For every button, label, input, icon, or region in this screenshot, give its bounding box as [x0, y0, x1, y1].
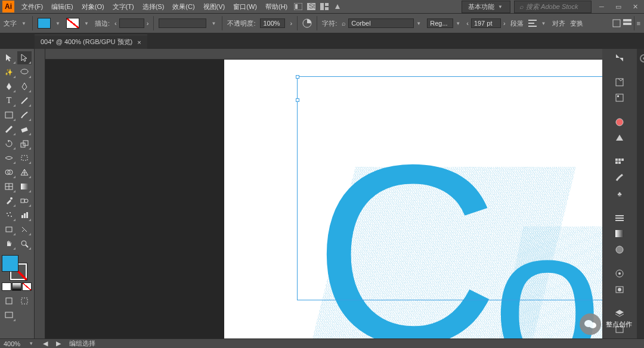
workspace-switcher[interactable]: 基本功能 ▼ [462, 1, 510, 13]
ruler-horizontal[interactable] [45, 49, 602, 60]
shape-builder-tool[interactable] [2, 166, 16, 179]
symbols-panel-icon[interactable]: ♣ [612, 187, 627, 201]
chevron-down-icon[interactable]: ▼ [84, 21, 90, 26]
magic-wand-tool[interactable]: ✨ [2, 66, 16, 79]
nav-prev-icon[interactable]: ◀ [43, 340, 48, 347]
color-guide-icon[interactable] [612, 131, 627, 145]
scale-tool[interactable] [17, 137, 32, 150]
chevron-down-icon[interactable]: ▼ [211, 21, 217, 26]
graph-tool[interactable] [17, 209, 32, 222]
window-minimize[interactable]: ─ [595, 2, 608, 11]
stock-search[interactable]: ⌕ 搜索 Adobe Stock [514, 1, 592, 13]
graphic-styles-icon[interactable] [612, 282, 627, 296]
menu-select[interactable]: 选择(S) [139, 1, 168, 13]
stroke-panel-icon[interactable] [612, 211, 627, 225]
opacity-input[interactable] [260, 18, 285, 28]
isolate-icon[interactable] [612, 19, 621, 27]
perspective-tool[interactable] [17, 166, 32, 179]
eyedropper-tool[interactable] [2, 194, 16, 207]
font-style-input[interactable] [427, 18, 453, 28]
font-family-dd[interactable]: ⌕ ▼ [342, 18, 422, 28]
asset-export-icon[interactable] [612, 91, 627, 105]
pen-tool[interactable] [2, 80, 16, 93]
font-style-dd[interactable]: ▼ [427, 18, 462, 28]
panel-menu-icon[interactable]: ≡ [637, 20, 640, 27]
blend-tool[interactable] [17, 194, 32, 207]
chevron-down-icon[interactable]: ▼ [541, 21, 547, 26]
lasso-tool[interactable] [17, 66, 32, 79]
gradient-tool[interactable] [17, 180, 32, 193]
hand-tool[interactable] [2, 237, 16, 250]
artboard[interactable]: C o [224, 60, 602, 338]
artboard-tool[interactable] [2, 223, 16, 236]
menu-help[interactable]: 帮助(H) [262, 1, 291, 13]
screen-mode[interactable] [2, 309, 16, 322]
canvas-area[interactable]: C o [35, 49, 602, 338]
menu-view[interactable]: 视图(V) [200, 1, 229, 13]
align-icon[interactable] [528, 20, 537, 27]
stroke-weight-stepper[interactable]: ‹ › [114, 18, 148, 28]
font-family-input[interactable] [348, 18, 414, 28]
appearance-panel-icon[interactable] [612, 267, 627, 281]
stepper-up-icon[interactable]: › [290, 20, 292, 27]
brush-input[interactable] [159, 18, 206, 28]
window-close[interactable]: ✕ [628, 2, 642, 11]
prefs-icon[interactable] [623, 19, 631, 27]
nav-next-icon[interactable]: ▶ [56, 340, 61, 347]
menu-effect[interactable]: 效果(C) [169, 1, 198, 13]
color-panel-icon[interactable] [612, 115, 627, 129]
rotate-tool[interactable] [2, 137, 16, 150]
stroke-swatch[interactable] [66, 18, 79, 29]
fill-stroke-indicator[interactable] [2, 255, 27, 280]
zoom-tool[interactable] [17, 237, 32, 250]
menu-object[interactable]: 对象(O) [78, 1, 108, 13]
align-label[interactable]: 对齐 [552, 19, 565, 28]
menu-file[interactable]: 文件(F) [18, 1, 47, 13]
transparency-panel-icon[interactable] [612, 243, 627, 256]
stock-icon[interactable]: St [305, 2, 317, 11]
stepper-down-icon[interactable]: ‹ [114, 20, 117, 27]
arrange-icon[interactable] [318, 2, 330, 11]
paragraph-label[interactable]: 段落 [510, 19, 524, 28]
transform-label[interactable]: 变换 [570, 19, 583, 28]
menu-edit[interactable]: 编辑(E) [48, 1, 77, 13]
stepper-up-icon[interactable]: › [147, 20, 149, 27]
draw-behind[interactable] [17, 294, 32, 307]
chevron-down-icon[interactable]: ▼ [55, 21, 61, 26]
mesh-tool[interactable] [2, 180, 16, 193]
direct-selection-tool[interactable] [17, 51, 32, 64]
stroke-weight-input[interactable] [119, 18, 144, 28]
recolor-icon[interactable] [302, 18, 312, 28]
paintbrush-tool[interactable] [17, 108, 32, 122]
font-size-stepper[interactable]: ‹ › [466, 18, 505, 28]
curvature-tool[interactable] [17, 80, 32, 93]
color-mode-none[interactable] [22, 282, 32, 291]
width-tool[interactable] [2, 151, 16, 164]
zoom-level[interactable]: 400% [4, 340, 20, 347]
fill-indicator[interactable] [2, 255, 18, 272]
selection-tool[interactable] [2, 51, 16, 64]
shaper-tool[interactable] [2, 123, 16, 136]
stepper-down-icon[interactable]: ‹ [466, 20, 469, 27]
gradient-panel-icon[interactable] [612, 227, 627, 241]
draw-normal[interactable] [2, 294, 16, 307]
chevron-down-icon[interactable]: ▼ [21, 21, 27, 26]
chevron-down-icon[interactable]: ▼ [29, 341, 35, 346]
document-tab[interactable]: 004* @ 400% (RGB/GPU 预览) × [35, 35, 147, 49]
font-size-input[interactable] [471, 18, 501, 28]
type-tool[interactable]: T [2, 94, 16, 107]
bridge-icon[interactable] [292, 2, 304, 11]
selection-handle[interactable] [296, 98, 299, 102]
close-icon[interactable]: × [137, 39, 141, 46]
eraser-tool[interactable] [17, 123, 32, 136]
brushes-panel-icon[interactable] [612, 171, 627, 185]
window-restore[interactable]: ▭ [612, 2, 625, 11]
line-tool[interactable] [17, 94, 32, 107]
menu-type[interactable]: 文字(T) [109, 1, 138, 13]
color-mode-gradient[interactable] [12, 282, 21, 291]
ruler-vertical[interactable] [35, 49, 45, 338]
swatches-panel-icon[interactable] [612, 155, 627, 169]
menu-window[interactable]: 窗口(W) [230, 1, 261, 13]
fill-swatch[interactable] [38, 18, 51, 29]
slice-tool[interactable] [17, 223, 32, 236]
